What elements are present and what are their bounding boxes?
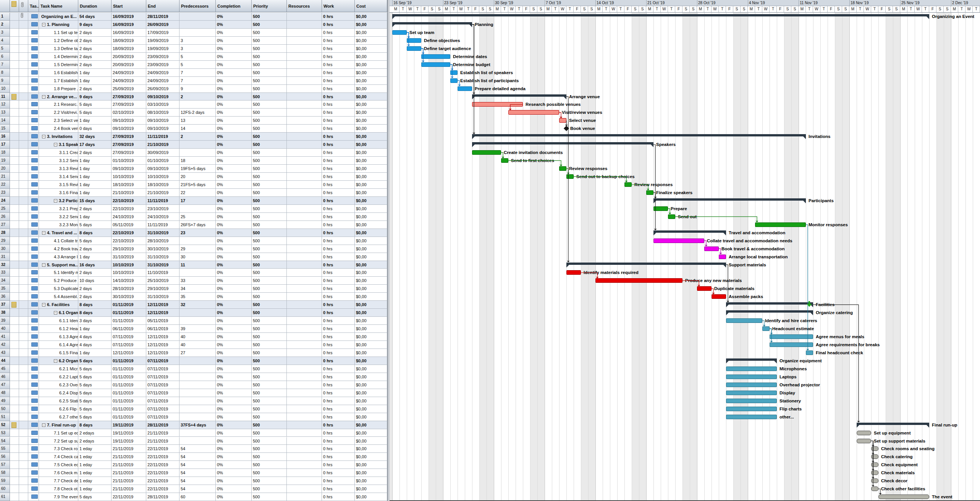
cell-indicator[interactable] [10, 333, 19, 341]
cell-cost[interactable]: $0,00 [355, 397, 387, 405]
table-row[interactable]: 476.2.3 Over...5 days01/11/201907/11/201… [0, 381, 387, 389]
cell-end[interactable]: 31/10/2019 [146, 261, 180, 269]
row-number[interactable]: 57 [0, 461, 10, 469]
cell-priority[interactable]: 500 [252, 341, 287, 349]
cell-name[interactable]: −2. Arrange ve... [39, 93, 78, 101]
cell-work[interactable]: 0 hrs [322, 85, 355, 93]
cell-indicator[interactable] [10, 341, 19, 349]
cell-taskmode[interactable] [28, 437, 39, 445]
table-row[interactable]: 223.1.5 Revi...1 day18/10/201918/10/2019… [0, 181, 387, 189]
row-number[interactable]: 7 [0, 61, 10, 69]
cell-resources[interactable] [287, 301, 322, 309]
cell-pred[interactable] [180, 141, 216, 149]
cell-priority[interactable]: 500 [252, 309, 287, 317]
cell-name[interactable]: 7.4 Check ca... [39, 453, 78, 461]
row-number[interactable]: 31 [0, 253, 10, 261]
row-number[interactable]: 14 [0, 117, 10, 125]
cell-indicator[interactable] [10, 85, 19, 93]
cell-cost[interactable]: $0,00 [355, 325, 387, 333]
cell-indicator[interactable] [10, 205, 19, 213]
cell-attachment[interactable] [19, 493, 28, 501]
cell-indicator[interactable] [10, 45, 19, 53]
cell-attachment[interactable] [19, 437, 28, 445]
row-number[interactable]: 15 [0, 125, 10, 133]
cell-pred[interactable]: 54 [180, 485, 216, 493]
cell-completion[interactable]: 0% [216, 365, 252, 373]
cell-resources[interactable] [287, 173, 322, 181]
cell-taskmode[interactable] [28, 37, 39, 45]
cell-name[interactable]: 6.2.1 Micr... [39, 365, 78, 373]
cell-cost[interactable]: $0,00 [355, 109, 387, 117]
cell-start[interactable]: 27/09/2019 [112, 101, 146, 109]
cell-cost[interactable]: $0,00 [355, 381, 387, 389]
cell-completion[interactable]: 0% [216, 437, 252, 445]
cell-completion[interactable]: 0% [216, 413, 252, 421]
cell-completion[interactable]: 0% [216, 157, 252, 165]
cell-end[interactable]: 07/11/2019 [146, 381, 180, 389]
row-number[interactable]: 56 [0, 453, 10, 461]
cell-name[interactable]: 6.2.2 Lapt... [39, 373, 78, 381]
row-number[interactable]: 44 [0, 357, 10, 365]
cell-priority[interactable]: 500 [252, 85, 287, 93]
cell-name[interactable]: 1.5 Determin... [39, 61, 78, 69]
cell-end[interactable]: 21/11/2019 [146, 429, 180, 437]
cell-work[interactable]: 0 hrs [322, 205, 355, 213]
cell-end[interactable]: 23/10/2019 [146, 205, 180, 213]
row-number[interactable]: 18 [0, 149, 10, 157]
cell-taskmode[interactable] [28, 461, 39, 469]
cell-completion[interactable]: 0% [216, 389, 252, 397]
cell-duration[interactable]: 2 days [78, 269, 112, 277]
row-number[interactable]: 3 [0, 29, 10, 37]
cell-completion[interactable]: 0% [216, 53, 252, 61]
cell-name[interactable]: 5.4 Assembl... [39, 293, 78, 301]
cell-attachment[interactable] [19, 469, 28, 477]
cell-cost[interactable]: $0,00 [355, 453, 387, 461]
cell-end[interactable]: 22/11/2019 [146, 461, 180, 469]
cell-cost[interactable]: $0,00 [355, 53, 387, 61]
cell-end[interactable]: 17/09/2019 [146, 29, 180, 37]
cell-indicator[interactable] [10, 133, 19, 141]
cell-resources[interactable] [287, 69, 322, 77]
cell-start[interactable]: 01/11/2019 [112, 397, 146, 405]
table-row[interactable]: 32−5. Support ma...16 days10/10/201931/1… [0, 261, 387, 269]
cell-name[interactable]: −5. Support ma... [39, 261, 78, 269]
cell-indicator[interactable] [10, 53, 19, 61]
cell-start[interactable]: 16/09/2019 [112, 13, 146, 21]
collapse-expander[interactable]: − [54, 311, 57, 315]
cell-name[interactable]: 6.2.3 Over... [39, 381, 78, 389]
cell-cost[interactable]: $0,00 [355, 357, 387, 365]
cell-priority[interactable]: 500 [252, 13, 287, 21]
table-row[interactable]: 617.9 The event5 days22/11/201928/11/201… [0, 493, 387, 501]
cell-indicator[interactable] [10, 213, 19, 221]
cell-priority[interactable]: 500 [252, 165, 287, 173]
cell-taskmode[interactable] [28, 213, 39, 221]
cell-attachment[interactable] [19, 421, 28, 429]
cell-cost[interactable]: $0,00 [355, 285, 387, 293]
cell-priority[interactable]: 500 [252, 29, 287, 37]
cell-duration[interactable]: 1 day [78, 157, 112, 165]
cell-name[interactable]: 1.6 Establish ... [39, 69, 78, 77]
cell-pred[interactable] [180, 413, 216, 421]
cell-name[interactable]: 1.3 Define ta... [39, 45, 78, 53]
col-header-end[interactable]: End [146, 0, 180, 12]
row-number[interactable]: 54 [0, 437, 10, 445]
cell-resources[interactable] [287, 189, 322, 197]
cell-work[interactable]: 0 hrs [322, 21, 355, 29]
cell-cost[interactable]: $0,00 [355, 197, 387, 205]
cell-indicator[interactable] [10, 317, 19, 325]
cell-pred[interactable] [180, 317, 216, 325]
cell-priority[interactable]: 500 [252, 437, 287, 445]
cell-start[interactable]: 16/09/2019 [112, 29, 146, 37]
cell-cost[interactable]: $0,00 [355, 477, 387, 485]
table-row[interactable]: 304.2 Book trav...2 days29/10/201930/10/… [0, 245, 387, 253]
cell-taskmode[interactable] [28, 77, 39, 85]
cell-taskmode[interactable] [28, 493, 39, 501]
cell-cost[interactable]: $0,00 [355, 253, 387, 261]
cell-completion[interactable]: 0% [216, 301, 252, 309]
cell-end[interactable]: 18/10/2019 [146, 181, 180, 189]
cell-work[interactable]: 0 hrs [322, 309, 355, 317]
cell-completion[interactable]: 0% [216, 13, 252, 21]
cell-end[interactable]: 09/10/2019 [146, 125, 180, 133]
cell-indicator[interactable] [10, 21, 19, 29]
cell-attachment[interactable] [19, 205, 28, 213]
